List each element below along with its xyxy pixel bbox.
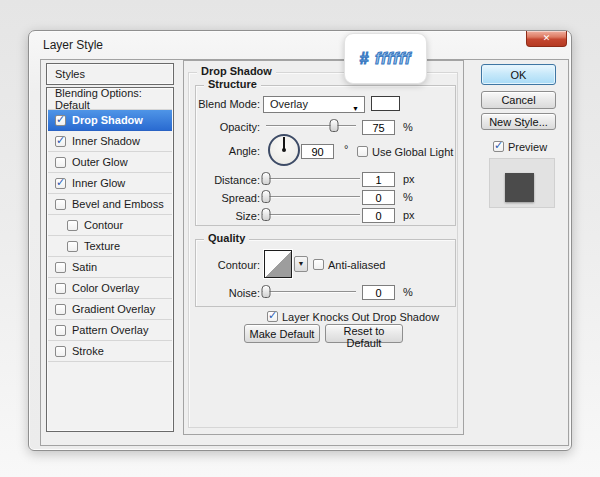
drop-shadow-settings-panel: Drop Shadow Structure Quality Blend Mode… xyxy=(183,60,464,435)
reset-to-default-button[interactable]: Reset to Default xyxy=(325,324,403,343)
sidebar-item-pattern-overlay[interactable]: Pattern Overlay xyxy=(48,320,172,341)
contour-checkbox[interactable] xyxy=(67,220,78,231)
gradient-overlay-checkbox[interactable] xyxy=(55,304,66,315)
opacity-slider-thumb[interactable] xyxy=(329,119,338,132)
sidebar-item-drop-shadow[interactable]: Drop Shadow xyxy=(48,110,172,131)
distance-unit: px xyxy=(403,173,415,185)
dialog-title: Layer Style xyxy=(43,38,103,52)
size-unit: px xyxy=(403,209,415,221)
contour-picker[interactable] xyxy=(264,250,292,278)
sidebar-item-label: Drop Shadow xyxy=(72,114,143,126)
blend-mode-dropdown[interactable]: Overlay ▼ xyxy=(263,96,365,113)
distance-slider[interactable] xyxy=(262,172,360,186)
sidebar-item-inner-glow[interactable]: Inner Glow xyxy=(48,173,172,194)
cancel-button[interactable]: Cancel xyxy=(481,91,556,109)
sidebar-item-color-overlay[interactable]: Color Overlay xyxy=(48,278,172,299)
opacity-label: Opacity: xyxy=(184,121,260,133)
use-global-light-checkbox[interactable] xyxy=(357,146,368,157)
texture-checkbox[interactable] xyxy=(67,241,78,252)
sidebar-item-label: Satin xyxy=(72,261,97,273)
sidebar-item-blending-options[interactable]: Blending Options: Default xyxy=(48,89,172,110)
layer-knocks-out-checkbox[interactable] xyxy=(267,311,278,322)
opacity-slider[interactable] xyxy=(266,119,356,133)
drop-shadow-checkbox[interactable] xyxy=(55,115,66,126)
sidebar-item-label: Pattern Overlay xyxy=(72,324,148,336)
satin-checkbox[interactable] xyxy=(55,262,66,273)
noise-slider[interactable] xyxy=(262,285,356,299)
outer-glow-checkbox[interactable] xyxy=(55,157,66,168)
chevron-down-icon: ▼ xyxy=(352,101,359,116)
layer-style-dialog: Layer Style ✕ Styles Blending Options: D… xyxy=(28,30,572,451)
sidebar-item-label: Color Overlay xyxy=(72,282,139,294)
stroke-checkbox[interactable] xyxy=(55,346,66,357)
distance-slider-thumb[interactable] xyxy=(261,172,270,185)
angle-label: Angle: xyxy=(184,145,260,157)
shadow-color-swatch[interactable] xyxy=(371,96,400,111)
sidebar-item-outer-glow[interactable]: Outer Glow xyxy=(48,152,172,173)
color-overlay-checkbox[interactable] xyxy=(55,283,66,294)
angle-unit: ° xyxy=(344,143,348,155)
spread-label: Spread: xyxy=(184,192,260,204)
preview-label: Preview xyxy=(508,141,547,153)
anti-aliased-label: Anti-aliased xyxy=(328,259,385,271)
angle-dial-center xyxy=(282,148,286,152)
sidebar-item-label: Blending Options: Default xyxy=(55,87,172,111)
size-input[interactable] xyxy=(362,208,395,223)
make-default-button[interactable]: Make Default xyxy=(244,324,320,343)
styles-list: Blending Options: Default Drop Shadow In… xyxy=(46,87,174,432)
hex-color-badge: # ffffff xyxy=(344,33,427,84)
sidebar-item-gradient-overlay[interactable]: Gradient Overlay xyxy=(48,299,172,320)
bevel-emboss-checkbox[interactable] xyxy=(55,199,66,210)
contour-dropdown-arrow-icon[interactable]: ▼ xyxy=(294,256,308,272)
new-style-button[interactable]: New Style... xyxy=(481,113,556,130)
drop-shadow-group-title: Drop Shadow xyxy=(197,65,276,77)
sidebar-item-label: Outer Glow xyxy=(72,156,128,168)
sidebar-item-satin[interactable]: Satin xyxy=(48,257,172,278)
styles-header: Styles xyxy=(46,63,174,85)
inner-glow-checkbox[interactable] xyxy=(55,178,66,189)
sidebar-item-label: Gradient Overlay xyxy=(72,303,155,315)
angle-dial[interactable] xyxy=(268,134,300,166)
size-label: Size: xyxy=(184,210,260,222)
anti-aliased-checkbox[interactable] xyxy=(313,259,324,270)
desktop-background: { "window": { "title": "Layer Style", "c… xyxy=(0,0,600,477)
preview-checkbox[interactable] xyxy=(493,141,504,152)
distance-label: Distance: xyxy=(184,174,260,186)
sidebar-item-texture[interactable]: Texture xyxy=(48,236,172,257)
size-slider[interactable] xyxy=(262,208,360,222)
inner-shadow-checkbox[interactable] xyxy=(55,136,66,147)
noise-slider-thumb[interactable] xyxy=(261,285,270,298)
spread-unit: % xyxy=(403,191,413,203)
spread-input[interactable] xyxy=(362,190,395,205)
contour-label: Contour: xyxy=(184,259,260,271)
sidebar-item-label: Inner Glow xyxy=(72,177,125,189)
quality-group-title: Quality xyxy=(204,232,249,244)
noise-label: Noise: xyxy=(184,287,260,299)
sidebar-item-label: Inner Shadow xyxy=(72,135,140,147)
style-preview-area xyxy=(489,158,555,208)
sidebar-item-stroke[interactable]: Stroke xyxy=(48,341,172,362)
close-icon[interactable]: ✕ xyxy=(526,31,567,47)
spread-slider[interactable] xyxy=(262,190,360,204)
spread-slider-thumb[interactable] xyxy=(261,190,270,203)
opacity-input[interactable] xyxy=(362,120,395,135)
pattern-overlay-checkbox[interactable] xyxy=(55,325,66,336)
sidebar-item-label: Bevel and Emboss xyxy=(72,198,164,210)
sidebar-item-inner-shadow[interactable]: Inner Shadow xyxy=(48,131,172,152)
noise-unit: % xyxy=(403,286,413,298)
noise-input[interactable] xyxy=(362,285,395,300)
angle-input[interactable] xyxy=(301,144,334,159)
blend-mode-label: Blend Mode: xyxy=(184,98,260,110)
layer-knocks-out-label: Layer Knocks Out Drop Shadow xyxy=(282,311,439,323)
use-global-light-label: Use Global Light xyxy=(372,146,453,158)
structure-group-title: Structure xyxy=(204,78,261,90)
sidebar-item-label: Stroke xyxy=(72,345,104,357)
blend-mode-value: Overlay xyxy=(270,98,308,110)
opacity-unit: % xyxy=(403,121,413,133)
dialog-content-area: Styles Blending Options: Default Drop Sh… xyxy=(40,59,569,446)
sidebar-item-bevel-emboss[interactable]: Bevel and Emboss xyxy=(48,194,172,215)
sidebar-item-contour[interactable]: Contour xyxy=(48,215,172,236)
distance-input[interactable] xyxy=(362,172,395,187)
ok-button[interactable]: OK xyxy=(481,64,556,85)
size-slider-thumb[interactable] xyxy=(261,208,270,221)
